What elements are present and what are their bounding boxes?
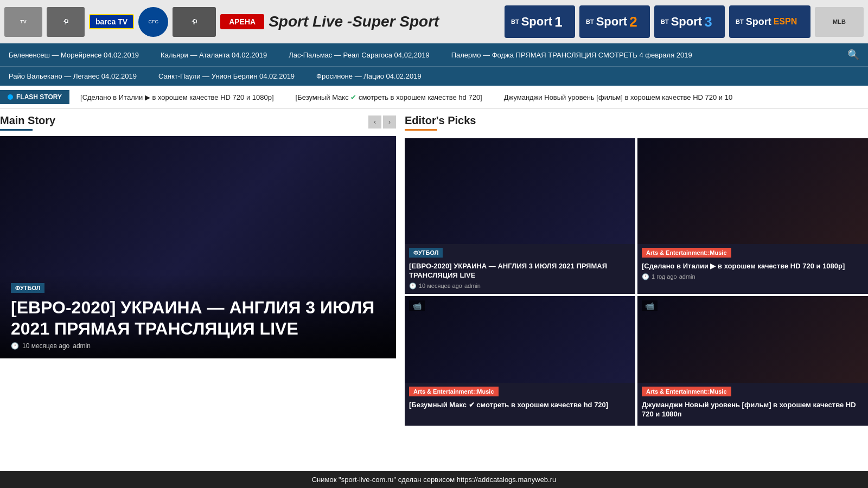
- story-prev-arrow[interactable]: ‹: [368, 115, 381, 129]
- main-story-meta: 🕐 10 месяцев ago admin: [11, 342, 385, 350]
- pick-card-2-img: [637, 138, 868, 244]
- flash-dot: [8, 94, 13, 100]
- nav-link-6[interactable]: Санкт-Паули — Унион Берлин 04.02.2019: [158, 72, 295, 80]
- nav-ticker-2: Райо Вальекано — Леганес 04.02.2019 Санк…: [0, 66, 868, 86]
- nav-link-4[interactable]: Палермо — Фоджа ПРЯМАЯ ТРАНСЛЯЦИЯ СМОТРЕ…: [451, 51, 826, 59]
- main-story-time: 10 месяцев ago: [22, 342, 69, 350]
- editors-picks-title: Editor's Picks: [405, 114, 476, 127]
- pick-card-2-meta: 🕐 1 год ago admin: [642, 273, 864, 280]
- nav-ticker-1: Белененсеш — Морейренсе 04.02.2019 Калья…: [0, 43, 868, 66]
- flash-item-1[interactable]: [Сделано в Италии ▶ в хорошем качестве H…: [80, 93, 274, 101]
- bt-sport-2-logo: BT Sport 2: [579, 5, 650, 38]
- editors-picks-title-wrap: Editor's Picks: [405, 114, 476, 131]
- pick-card-4[interactable]: 📹 Arts & Entertainment::Music Джуманджи …: [637, 296, 868, 426]
- editors-picks-underline: [405, 129, 437, 131]
- barca-tv-logo: barca TV: [89, 14, 134, 29]
- pick-card-2-info: Arts & Entertainment::Music [Сделано в И…: [637, 244, 868, 285]
- nav-link-1[interactable]: Белененсеш — Морейренсе 04.02.2019: [9, 51, 139, 59]
- small-logo-1: TV: [4, 7, 42, 37]
- flash-item-2[interactable]: [Безумный Макс ✔ смотреть в хорошем каче…: [296, 93, 482, 101]
- pick-card-1[interactable]: ФУТБОЛ [ЕВРО-2020] УКРАИНА — АНГЛИЯ 3 ИЮ…: [405, 138, 635, 294]
- main-story-author: admin: [73, 342, 91, 350]
- nav-link-5[interactable]: Райо Вальекано — Леганес 04.02.2019: [9, 72, 137, 80]
- pick-card-2-clock-icon: 🕐: [642, 273, 649, 280]
- content-area: Main Story ‹ › ФУТБОЛ [ЕВРО-2020] УКРАИН…: [0, 109, 868, 426]
- main-story-title: Main Story: [0, 114, 55, 127]
- pick-card-1-author: admin: [464, 282, 481, 289]
- pick-card-1-category: ФУТБОЛ: [409, 248, 443, 258]
- pick-card-4-title: Джуманджи Новый уровень [фильм] в хороше…: [642, 401, 864, 419]
- pick-card-4-category: Arts & Entertainment::Music: [642, 387, 731, 396]
- video-icon-4: 📹: [642, 300, 658, 311]
- pick-card-3-category: Arts & Entertainment::Music: [409, 387, 499, 396]
- flash-item-3[interactable]: Джуманджи Новый уровень [фильм] в хороше…: [504, 93, 732, 101]
- search-icon[interactable]: 🔍: [847, 49, 859, 61]
- editors-picks-header: Editor's Picks: [405, 114, 868, 134]
- pick-card-2-title: [Сделано в Италии ▶ в хорошем качестве H…: [642, 262, 864, 271]
- site-title: Sport Live -Super Sport: [269, 13, 500, 30]
- video-icon-3: 📹: [409, 300, 425, 311]
- main-story-overlay: ФУТБОЛ [ЕВРО-2020] УКРАИНА — АНГЛИЯ 3 ИЮ…: [0, 274, 396, 358]
- bt-sport-espn-logo: BT Sport ESPN: [729, 5, 810, 38]
- main-story-headline: [ЕВРО-2020] УКРАИНА — АНГЛИЯ 3 ИЮЛЯ 2021…: [11, 297, 385, 339]
- main-story-header: Main Story: [0, 114, 55, 131]
- pick-card-4-info: Arts & Entertainment::Music Джуманджи Но…: [637, 383, 868, 426]
- editors-picks-section: Editor's Picks ФУТБОЛ [ЕВРО-2020] УКРАИН…: [396, 109, 868, 426]
- pick-card-1-img: [405, 138, 635, 244]
- bt-sport-1-logo: BT Sport 1: [505, 5, 575, 38]
- main-story-card[interactable]: ФУТБОЛ [ЕВРО-2020] УКРАИНА — АНГЛИЯ 3 ИЮ…: [0, 136, 396, 358]
- pick-card-3-img: 📹: [405, 296, 635, 383]
- logos-bar: TV ⚽ barca TV CFC ⚽ АРЕНА Sport Live -Su…: [0, 0, 868, 43]
- pick-card-2-time: 1 год ago: [652, 273, 677, 280]
- mlb-logo: MLB: [815, 7, 864, 37]
- nav-link-2[interactable]: Кальяри — Аталанта 04.02.2019: [161, 51, 267, 59]
- arena-logo: АРЕНА: [220, 14, 264, 29]
- pick-card-3-info: Arts & Entertainment::Music [Безумный Ма…: [405, 383, 635, 416]
- bt-sport-3-logo: BT Sport 3: [654, 5, 725, 38]
- clock-icon: 🕐: [11, 342, 19, 350]
- small-logo-4: ⚽: [173, 7, 216, 37]
- pick-card-1-title: [ЕВРО-2020] УКРАИНА — АНГЛИЯ 3 ИЮЛЯ 2021…: [409, 262, 631, 280]
- pick-card-4-img: 📹: [637, 296, 868, 383]
- main-story-underline: [0, 129, 33, 131]
- pick-card-1-clock-icon: 🕐: [409, 282, 417, 290]
- nav-link-3[interactable]: Лас-Пальмас — Реал Сарагоса 04,02,2019: [289, 51, 430, 59]
- flash-label: FLASH STORY: [0, 90, 69, 104]
- pick-card-2-author: admin: [679, 273, 695, 280]
- pick-card-3[interactable]: 📹 Arts & Entertainment::Music [Безумный …: [405, 296, 635, 426]
- pick-card-2[interactable]: Arts & Entertainment::Music [Сделано в И…: [637, 138, 868, 294]
- nav-link-7[interactable]: Фросиноне — Лацио 04.02.2019: [316, 72, 422, 80]
- pick-card-2-category: Arts & Entertainment::Music: [642, 248, 731, 258]
- small-logo-2: ⚽: [47, 7, 85, 37]
- picks-grid: ФУТБОЛ [ЕВРО-2020] УКРАИНА — АНГЛИЯ 3 ИЮ…: [405, 138, 868, 426]
- pick-card-1-meta: 🕐 10 месяцев ago admin: [409, 282, 631, 290]
- small-logo-3: CFC: [138, 7, 168, 37]
- main-story-section: Main Story ‹ › ФУТБОЛ [ЕВРО-2020] УКРАИН…: [0, 109, 396, 426]
- pick-card-3-title: [Безумный Макс ✔ смотреть в хорошем каче…: [409, 401, 631, 410]
- main-story-category: ФУТБОЛ: [11, 283, 44, 293]
- pick-card-1-info: ФУТБОЛ [ЕВРО-2020] УКРАИНА — АНГЛИЯ 3 ИЮ…: [405, 244, 635, 294]
- flash-bar: FLASH STORY [Сделано в Италии ▶ в хороше…: [0, 86, 868, 109]
- pick-card-1-time: 10 месяцев ago: [419, 282, 462, 289]
- story-next-arrow[interactable]: ›: [383, 115, 396, 129]
- flash-items: [Сделано в Италии ▶ в хорошем качестве H…: [69, 93, 743, 101]
